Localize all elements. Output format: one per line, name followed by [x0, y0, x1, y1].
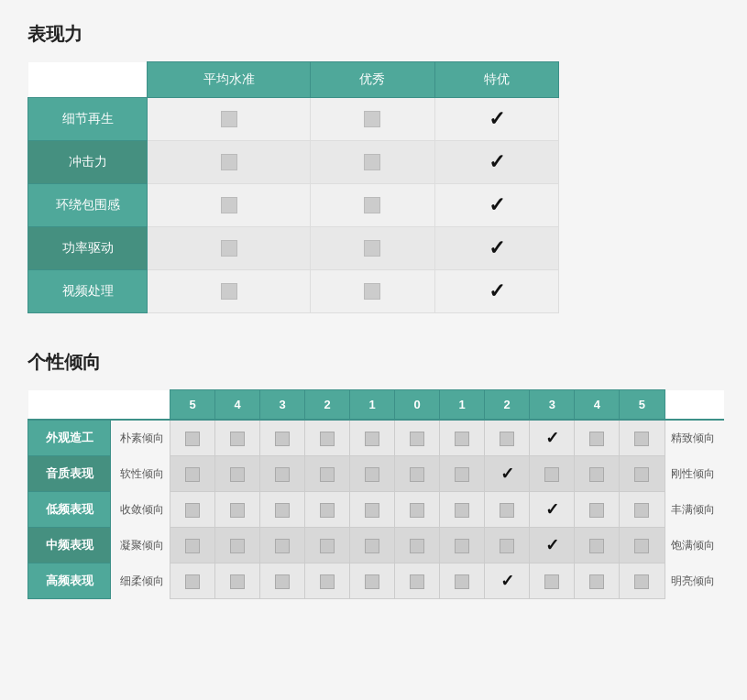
- pers-cell: [395, 420, 440, 456]
- perf-row: 视频处理✓: [28, 270, 559, 313]
- pers-cell: [575, 563, 620, 599]
- scale-0: 0: [395, 390, 440, 421]
- perf-cell: ✓: [434, 227, 558, 270]
- scale-3l: 3: [260, 390, 305, 421]
- pers-checkbox-icon: [275, 432, 290, 446]
- perf-cell: [148, 184, 311, 227]
- pers-cell: [440, 528, 485, 563]
- scale-1l: 1: [350, 390, 395, 421]
- pers-cell: [260, 420, 305, 456]
- perf-row: 环绕包围感✓: [28, 184, 559, 227]
- pers-cell: [620, 420, 665, 456]
- pers-checkbox-icon: [544, 574, 559, 589]
- scale-2r: 2: [485, 390, 530, 421]
- checkmark-icon: ✓: [489, 150, 505, 174]
- pers-cell: [170, 528, 215, 563]
- pers-cell: [350, 563, 395, 599]
- pers-cell: ✓: [485, 563, 530, 599]
- perf-row: 冲击力✓: [28, 141, 559, 184]
- pers-checkbox-icon: [544, 467, 559, 482]
- pers-cell: [215, 528, 260, 563]
- personality-header-row: 5 4 3 2 1 0 1 2 3 4 5: [28, 390, 725, 421]
- pers-left-label: 收敛倾向: [111, 492, 170, 528]
- pers-cell: ✓: [530, 420, 575, 456]
- pers-cell: [260, 456, 305, 492]
- checkbox-empty-icon: [221, 240, 237, 257]
- perf-cell: [148, 227, 311, 270]
- pers-checkbox-icon: [185, 467, 200, 482]
- pers-cell: [305, 563, 350, 599]
- checkbox-empty-icon: [221, 154, 237, 170]
- pers-cell: [215, 492, 260, 528]
- checkbox-empty-icon: [221, 283, 237, 300]
- pers-checkbox-icon: [365, 574, 379, 589]
- pers-row: 高频表现细柔倾向✓明亮倾向: [28, 563, 725, 599]
- personality-title: 个性倾向: [27, 350, 720, 375]
- checkbox-empty-icon: [364, 283, 380, 300]
- checkbox-empty-icon: [364, 154, 380, 170]
- perf-cell: [311, 141, 434, 184]
- pers-cell: [440, 456, 485, 492]
- col-header-good: 优秀: [311, 62, 434, 98]
- pers-cell: [575, 528, 620, 563]
- pers-checkbox-icon: [320, 539, 335, 553]
- pers-checkbox-icon: [275, 467, 290, 482]
- checkmark-icon: ✓: [489, 193, 505, 217]
- col-header-avg: 平均水准: [148, 62, 311, 98]
- pers-cell: [485, 420, 530, 456]
- pers-checkmark-icon: ✓: [500, 572, 514, 590]
- pers-right-label: 明亮倾向: [665, 563, 724, 599]
- pers-row: 音质表现软性倾向✓刚性倾向: [28, 456, 725, 492]
- pers-checkbox-icon: [275, 574, 290, 589]
- perf-row: 功率驱动✓: [28, 227, 559, 270]
- pers-checkbox-icon: [320, 574, 335, 589]
- pers-cell: [620, 492, 665, 528]
- scale-5r: 5: [620, 390, 665, 421]
- pers-checkbox-icon: [275, 539, 290, 553]
- pers-cell: [260, 492, 305, 528]
- perf-cell: [148, 98, 311, 141]
- perf-row: 细节再生✓: [28, 98, 559, 141]
- scale-3r: 3: [530, 390, 575, 421]
- pers-cell: [485, 528, 530, 563]
- pers-checkbox-icon: [365, 432, 379, 446]
- pers-checkbox-icon: [634, 467, 649, 482]
- pers-cell: [440, 420, 485, 456]
- perf-cell: ✓: [434, 270, 558, 313]
- pers-cell: [305, 456, 350, 492]
- col-header-excellent: 特优: [434, 62, 558, 98]
- performance-section: 表现力 平均水准 优秀 特优 细节再生✓冲击力✓环绕包围感✓功率驱动✓视频处理✓: [27, 22, 720, 313]
- perf-cell: [311, 227, 434, 270]
- pers-cell: [350, 456, 395, 492]
- pers-checkbox-icon: [589, 467, 604, 482]
- scale-1r: 1: [440, 390, 485, 421]
- checkmark-icon: ✓: [489, 279, 505, 303]
- pers-checkbox-icon: [320, 432, 335, 446]
- pers-checkbox-icon: [230, 539, 245, 553]
- pers-checkbox-icon: [500, 503, 514, 518]
- checkbox-empty-icon: [364, 197, 380, 213]
- pers-checkmark-icon: ✓: [500, 465, 514, 483]
- pers-cell: ✓: [485, 456, 530, 492]
- pers-checkbox-icon: [455, 574, 469, 589]
- pers-cell: [170, 492, 215, 528]
- pers-cell: [305, 528, 350, 563]
- pers-checkbox-icon: [589, 432, 604, 446]
- performance-title: 表现力: [27, 22, 720, 47]
- pers-right-label: 饱满倾向: [665, 528, 724, 563]
- pers-cell: [350, 420, 395, 456]
- pers-checkmark-icon: ✓: [545, 429, 559, 447]
- perf-cell: ✓: [434, 98, 558, 141]
- pers-checkbox-icon: [410, 539, 424, 553]
- pers-cell: [350, 492, 395, 528]
- pers-right-label: 刚性倾向: [665, 456, 724, 492]
- perf-cell: ✓: [434, 184, 558, 227]
- pers-row-label: 中频表现: [28, 528, 111, 563]
- pers-row-label: 音质表现: [28, 456, 111, 492]
- pers-checkbox-icon: [500, 432, 514, 446]
- pers-cell: [350, 528, 395, 563]
- pers-row: 中频表现凝聚倾向✓饱满倾向: [28, 528, 725, 563]
- pers-cell: [620, 528, 665, 563]
- pers-checkbox-icon: [634, 503, 649, 518]
- pers-cell: [530, 563, 575, 599]
